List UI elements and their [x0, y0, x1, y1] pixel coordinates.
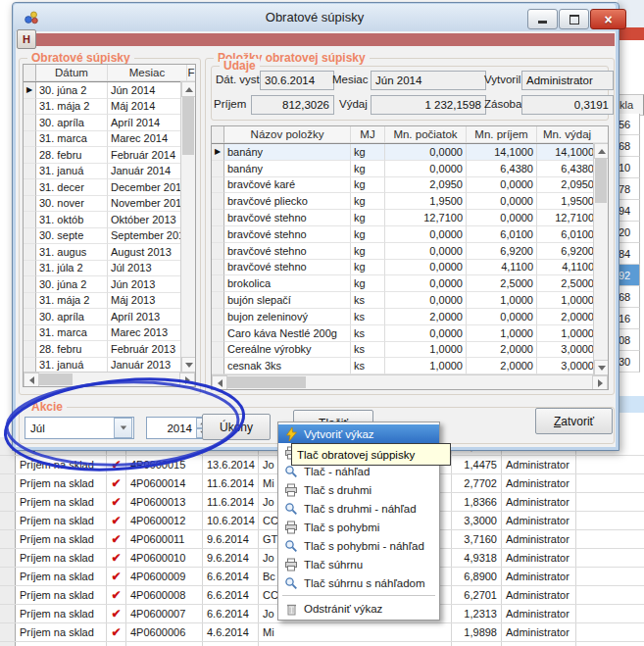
current-row-marker[interactable]: ▶: [24, 82, 36, 99]
row-selector[interactable]: [212, 210, 224, 226]
row-selector[interactable]: [212, 161, 224, 177]
row-selector[interactable]: [212, 193, 224, 210]
h-button[interactable]: H: [17, 29, 36, 49]
row-selector[interactable]: [212, 275, 224, 292]
left-header-datum[interactable]: Dátum: [36, 65, 108, 81]
scroll-down-icon[interactable]: [594, 360, 609, 375]
items-table-row[interactable]: bravčové stehnokg12,71000,000012,7100: [212, 210, 608, 226]
maximize-button[interactable]: [559, 9, 589, 29]
row-selector[interactable]: [24, 147, 36, 164]
left-table-row[interactable]: 31. decerDecember 20139: [24, 179, 195, 196]
row-selector[interactable]: [24, 164, 36, 180]
left-table-row[interactable]: 30. septeSeptember 20139: [24, 228, 195, 245]
items-table-row[interactable]: bujón slepačíks0,00001,00001,0000: [212, 292, 608, 309]
left-table-row[interactable]: 30. júna 2Jún 20131: [24, 276, 195, 293]
left-table-row[interactable]: 31. októbOktóber 20131: [24, 212, 195, 228]
row-selector[interactable]: [24, 228, 36, 245]
ukony-button[interactable]: Úkony: [202, 414, 271, 440]
items-table-vscrollbar[interactable]: [593, 143, 608, 375]
row-selector[interactable]: [212, 292, 224, 309]
row-selector[interactable]: [0, 530, 16, 548]
left-table-row[interactable]: 28. februFebruár 20131: [24, 341, 195, 358]
row-selector[interactable]: [0, 605, 16, 622]
row-selector[interactable]: [212, 325, 224, 342]
row-selector[interactable]: [0, 623, 16, 641]
items-table-row[interactable]: bravčové stehnokg0,00006,01006,0100: [212, 226, 608, 243]
items-table-row[interactable]: bravčové karékg2,09500,00002,0950: [212, 177, 608, 194]
scroll-right-icon[interactable]: [592, 375, 608, 390]
scroll-down-icon[interactable]: [181, 357, 196, 373]
scroll-up-icon[interactable]: [181, 81, 196, 97]
row-selector[interactable]: [0, 549, 16, 567]
menu-item-tla-s-hrnu-s-n-h-adom[interactable]: Tlač súhrnu s náhľadom: [278, 573, 439, 592]
row-selector[interactable]: [0, 474, 16, 492]
items-table-row[interactable]: Cereálne výrobkyks1,00002,00003,0000: [212, 342, 608, 359]
items-header-pociatok[interactable]: Mn. počiatok: [385, 126, 467, 143]
menu-item-tla-s-druhmi[interactable]: Tlač s druhmi: [278, 480, 439, 499]
items-table-row[interactable]: bravčové plieckokg1,95000,00001,9500: [212, 193, 608, 210]
left-months-table[interactable]: Dátum Mesiac F ▶30. júna 2Jún 2014631. m…: [23, 64, 196, 387]
scroll-left-icon[interactable]: [212, 375, 227, 390]
menu-item-tla-s-druhmi-n-h-ad[interactable]: Tlač s druhmi - náhľad: [278, 499, 439, 518]
row-selector[interactable]: [24, 131, 36, 148]
row-selector[interactable]: [24, 309, 36, 325]
left-table-row[interactable]: 30. aprílaApríl 20131: [24, 309, 195, 325]
row-selector[interactable]: [212, 342, 224, 359]
left-table-row[interactable]: 31. marcaMarec 20130: [24, 325, 195, 342]
dialog-titlebar[interactable]: Obratové súpisky ×: [14, 4, 616, 31]
scroll-thumb[interactable]: [227, 376, 306, 388]
scroll-left-icon[interactable]: [24, 373, 39, 387]
left-table-row[interactable]: 31. januáJanuár 20142: [24, 164, 195, 180]
row-selector[interactable]: [24, 261, 36, 277]
row-selector[interactable]: [212, 309, 224, 325]
left-header-mesiac[interactable]: Mesiac: [108, 65, 187, 81]
current-row-marker[interactable]: ▶: [212, 144, 224, 161]
scroll-right-icon[interactable]: [179, 373, 195, 387]
left-table-row[interactable]: 31. marcaMarec 20146: [24, 131, 195, 148]
chevron-down-icon[interactable]: [114, 418, 132, 438]
items-table[interactable]: Názov položky MJ Mn. počiatok Mn. príjem…: [211, 125, 609, 390]
items-header-prijem[interactable]: Mn. príjem: [467, 126, 537, 143]
left-table-row[interactable]: 28. februFebruár 20147: [24, 147, 195, 164]
row-selector[interactable]: [24, 196, 36, 213]
row-selector[interactable]: [24, 341, 36, 358]
row-selector[interactable]: [212, 358, 224, 374]
row-selector[interactable]: [24, 115, 36, 131]
row-selector[interactable]: [212, 243, 224, 260]
items-table-row[interactable]: banánykg0,00006,43806,4380: [212, 161, 608, 177]
row-selector[interactable]: [24, 293, 36, 310]
row-selector[interactable]: [212, 177, 224, 194]
row-selector[interactable]: [24, 325, 36, 342]
scroll-up-icon[interactable]: [594, 143, 609, 159]
row-selector[interactable]: [0, 586, 16, 604]
left-table-row[interactable]: 31. mája 2Máj 20143: [24, 99, 195, 116]
row-selector[interactable]: [212, 226, 224, 243]
close-button[interactable]: ×: [590, 9, 626, 29]
row-selector[interactable]: [0, 456, 16, 473]
items-header-mj[interactable]: MJ: [351, 126, 385, 143]
row-selector[interactable]: [0, 493, 16, 511]
scroll-thumb[interactable]: [595, 158, 607, 203]
left-table-hscrollbar[interactable]: [24, 372, 195, 386]
items-table-hscrollbar[interactable]: [212, 374, 608, 389]
left-table-row[interactable]: 30. noverNovember 20133: [24, 196, 195, 213]
row-selector[interactable]: [0, 568, 16, 585]
row-selector[interactable]: [0, 642, 16, 646]
background-table-row[interactable]: Príjem na sklad✔4P06000064.6.2014Mi1,989…: [0, 623, 644, 642]
items-table-row[interactable]: bravčové stehnokg0,00004,11004,1100: [212, 260, 608, 276]
row-selector[interactable]: [0, 512, 16, 529]
month-combobox[interactable]: Júl: [25, 417, 134, 439]
minimize-button[interactable]: [527, 9, 558, 29]
menu-item-tla-s-pohybmi[interactable]: Tlač s pohybmi: [278, 518, 439, 536]
items-table-row[interactable]: bravčové stehnokg0,00006,92006,9200: [212, 243, 608, 260]
row-selector[interactable]: [24, 99, 36, 116]
items-table-row[interactable]: bujon zeleninovýks2,00000,00002,0000: [212, 309, 608, 325]
left-header-f[interactable]: F: [187, 65, 195, 81]
items-table-row[interactable]: ▶banánykg0,000014,100014,1000: [212, 144, 608, 161]
left-table-row[interactable]: ▶30. júna 2Jún 20146: [24, 82, 195, 99]
items-table-row[interactable]: cesnak 3ksks1,00002,00003,0000: [212, 358, 608, 374]
left-table-row[interactable]: 30. aprílaApríl 20145: [24, 115, 195, 131]
scroll-thumb[interactable]: [182, 96, 194, 155]
menu-item-tla-s-pohybmi-n-h-ad[interactable]: Tlač s pohybmi - náhľad: [278, 536, 439, 555]
row-selector[interactable]: [212, 260, 224, 276]
